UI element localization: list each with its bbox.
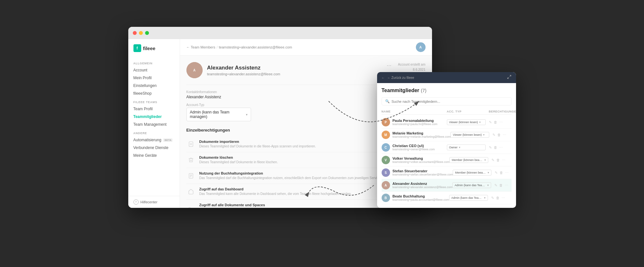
account-type-select[interactable]: Admin (kann das Team managen) ▾ — [186, 108, 251, 121]
member-1-type-select[interactable]: Viewer (können lesen) ▾ — [450, 132, 489, 138]
expand-icon[interactable] — [507, 75, 512, 80]
avatar: V — [382, 156, 390, 164]
chevron-down-icon: ▾ — [484, 196, 486, 199]
delete-icon[interactable]: 🗑 — [497, 133, 501, 137]
member-1-name: Melanie Marketing — [393, 131, 451, 135]
member-2-type-select[interactable]: Owner ▾ — [447, 144, 486, 150]
sidebar-item-teammitglieder[interactable]: Teammitglieder — [128, 113, 180, 121]
chevron-down-icon: ▾ — [487, 184, 489, 187]
sidebar-item-team-profil-label: Team Profil — [133, 107, 153, 111]
chevron-down-icon: ▾ — [459, 146, 460, 149]
edit-icon[interactable]: ✎ — [492, 133, 495, 137]
member-6-email: teamstesting+paula.accountant@fileee.com — [393, 198, 449, 201]
sidebar: f fileee ALLGEMEIN Account Mein Profil E… — [128, 39, 180, 208]
logo-text: fileee — [143, 46, 155, 51]
chevron-down-icon: ▾ — [479, 121, 481, 124]
more-icon[interactable]: ⋯ — [505, 183, 508, 187]
sidebar-item-einstellungen[interactable]: Einstellungen — [128, 82, 180, 90]
col-acc-typ: Acc. Typ — [447, 110, 489, 113]
account-created: Account erstellt am 8.6.2021 — [398, 62, 425, 72]
edit-icon[interactable]: ✎ — [495, 171, 498, 175]
table-row: C Christian CEO (s/i) teamstesting+owner… — [382, 141, 512, 154]
sidebar-item-account[interactable]: Account — [128, 66, 180, 74]
more-icon[interactable]: ⋯ — [499, 120, 503, 124]
member-6-type-select[interactable]: Admin (kann das Team m... ▾ — [449, 195, 488, 201]
spaces-icon — [186, 205, 195, 208]
member-3-type-select[interactable]: Member (können bearbe... ▾ — [449, 157, 488, 163]
sidebar-item-automatisierung[interactable]: Automatisierung BETA — [128, 136, 180, 144]
search-box: 🔍 — [382, 97, 512, 105]
chevron-down-icon: ▾ — [484, 158, 486, 162]
avatar: C — [382, 143, 390, 152]
member-0-email: teamstesting+paula.hr@fileee.com — [393, 123, 438, 126]
table-row: S Stefan Steuerberater teamstesting+stef… — [382, 166, 512, 179]
close-button[interactable] — [133, 31, 137, 35]
member-4-email: teamstesting+stefan.steuerberater@fileee… — [393, 173, 453, 176]
maximize-button[interactable] — [145, 31, 149, 35]
edit-icon[interactable]: ✎ — [494, 183, 497, 187]
avatar: M — [382, 131, 390, 139]
delete-icon[interactable]: 🗑 — [499, 183, 503, 187]
svg-rect-0 — [189, 142, 193, 147]
sidebar-item-mein-profil[interactable]: Mein Profil — [128, 74, 180, 82]
delete-icon[interactable]: 🗑 — [496, 158, 500, 162]
more-icon[interactable]: ⋯ — [502, 158, 505, 162]
profile-info: Alexander Assistenz teamstesting+alexand… — [207, 65, 280, 76]
table-row: P Paula Personalabteilung teamstesting+p… — [382, 116, 512, 129]
sidebar-item-meine-geraete-label: Meine Geräte — [133, 153, 157, 158]
sidebar-item-verbundene-dienste[interactable]: Verbundene Dienste — [128, 144, 180, 152]
member-4-type-select[interactable]: Member (können bearbe... ▾ — [453, 170, 491, 176]
member-5-email: teamstesting+alexander.assistenz@fileee.… — [393, 186, 452, 189]
member-3-email: teamstesting+volker.accountant@fileee.co… — [393, 160, 449, 164]
edit-icon[interactable]: ✎ — [491, 196, 494, 200]
delete-icon — [186, 155, 195, 165]
avatar: S — [382, 168, 390, 177]
member-1-email: teamstesting+melanie.marketing@fileee.co… — [393, 135, 451, 138]
delete-icon[interactable]: 🗑 — [496, 196, 500, 200]
hilfecenter-button[interactable]: ? Hilfecenter — [128, 196, 180, 208]
logo-icon: f — [133, 44, 141, 52]
profile-avatar: A — [186, 62, 203, 78]
delete-icon[interactable]: 🗑 — [494, 145, 497, 149]
more-options-button[interactable]: ··· — [386, 62, 391, 69]
member-0-type-select[interactable]: Viewer (können lesen) ▾ — [447, 119, 486, 125]
member-5-type-select[interactable]: Admin (kann das Team m... ▾ — [452, 182, 491, 188]
breadcrumb-back[interactable]: ← Team Members — [186, 45, 216, 49]
secondary-body: Teammitglieder (7) 🔍 Name Acc. Typ Berec… — [377, 83, 516, 208]
member-2-email: teamstesting+owner@fileee.com — [393, 148, 435, 151]
sidebar-section-fileee-teams: FILEEE TEAMS — [128, 97, 180, 105]
back-to-fileee[interactable]: ← ← Zurück zu fileee — [382, 76, 414, 80]
edit-icon[interactable]: ✎ — [491, 158, 494, 162]
sidebar-item-meine-geraete[interactable]: Meine Geräte — [128, 152, 180, 159]
more-icon[interactable]: ⋯ — [501, 196, 505, 200]
sidebar-item-team-profil[interactable]: Team Profil — [128, 105, 180, 113]
import-icon — [186, 140, 195, 149]
table-row: V Volker Verwaltung teamstesting+volker.… — [382, 154, 512, 166]
sidebar-item-team-management[interactable]: Team Management — [128, 121, 180, 128]
account-created-date: 8.6.2021 — [398, 67, 425, 72]
secondary-browser-window: ← ← Zurück zu fileee Teammitglieder (7) … — [377, 72, 516, 208]
user-avatar: A — [416, 42, 426, 52]
search-input[interactable] — [392, 100, 508, 103]
profile-left: A Alexander Assistenz teamstesting+alexa… — [186, 62, 280, 78]
edit-icon[interactable]: ✎ — [489, 145, 492, 150]
member-3-name: Volker Verwaltung — [393, 156, 449, 160]
member-5-name: Alexander Assistenz — [393, 182, 452, 186]
minimize-button[interactable] — [139, 31, 143, 35]
dashboard-icon — [186, 187, 195, 196]
back-label: ← Zurück zu fileee — [387, 76, 414, 80]
sidebar-item-fileee-shop[interactable]: fileeeShop — [128, 90, 180, 97]
sidebar-item-einstellungen-label: Einstellungen — [133, 83, 157, 88]
sidebar-item-team-management-label: Team Management — [133, 122, 167, 127]
more-icon[interactable]: ⋯ — [503, 133, 506, 137]
chevron-down-icon: ▾ — [246, 113, 248, 116]
table-row: A Alexander Assistenz teamstesting+alexa… — [382, 179, 512, 192]
delete-icon[interactable]: 🗑 — [500, 171, 503, 175]
member-2-name: Christian CEO (s/i) — [393, 144, 435, 148]
more-icon[interactable]: ⋯ — [505, 171, 509, 175]
sidebar-section-andere: ANDERE — [128, 128, 180, 136]
more-icon[interactable]: ⋯ — [499, 145, 503, 150]
edit-icon[interactable]: ✎ — [489, 120, 492, 124]
hilfecenter-label: Hilfecenter — [141, 200, 158, 204]
delete-icon[interactable]: 🗑 — [494, 120, 497, 124]
